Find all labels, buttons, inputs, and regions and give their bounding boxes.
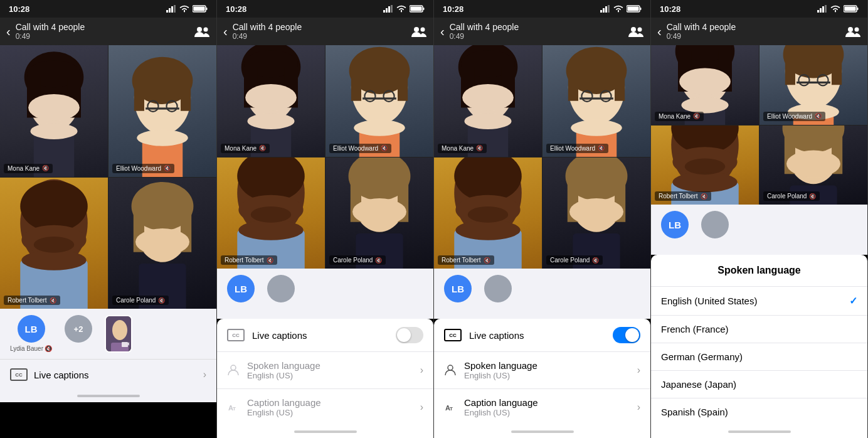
svg-rect-3 xyxy=(174,5,176,13)
status-icons-3 xyxy=(600,5,642,13)
mic-off-elliot-1: 🔇 xyxy=(164,165,171,171)
avatar-gray-3 xyxy=(484,275,512,302)
cc-icon-3: CC xyxy=(444,329,462,341)
people-icon-4 xyxy=(845,25,861,38)
svg-rect-45 xyxy=(391,5,393,13)
svg-point-56 xyxy=(245,84,297,111)
lang-name-german: German (Germany) xyxy=(661,351,743,362)
svg-rect-43 xyxy=(386,8,388,13)
svg-rect-44 xyxy=(388,6,390,13)
svg-point-90 xyxy=(631,27,636,32)
svg-rect-126 xyxy=(822,6,824,13)
carole-face-1 xyxy=(109,178,216,309)
lang-row-japanese[interactable]: Japanese (Japan) xyxy=(651,371,867,398)
label-elliot-4: Elliot Woodward 🔇 xyxy=(763,112,825,121)
label-carole-3: Carole Poland 🔇 xyxy=(546,255,603,265)
lang-name-japanese: Japanese (Japan) xyxy=(661,379,736,390)
svg-point-132 xyxy=(855,28,859,32)
svg-point-30 xyxy=(21,250,86,270)
wifi-icon-2 xyxy=(396,5,406,13)
live-captions-toggle-row[interactable]: CC Live captions xyxy=(217,319,433,352)
call-duration-2: 0:49 xyxy=(233,32,411,41)
lang-name-english: English (United States) xyxy=(661,296,757,306)
live-captions-toggle-row-3[interactable]: CC Live captions xyxy=(434,319,650,352)
label-robert-1: Robert Tolbert 🔇 xyxy=(4,296,60,305)
label-mona-4: Mona Kane 🔇 xyxy=(655,112,704,121)
status-time-1: 10:28 xyxy=(9,4,29,14)
label-elliot-3: Elliot Woodward 🔇 xyxy=(546,144,608,153)
lang-row-spanish[interactable]: Spanish (Spain) xyxy=(651,398,867,425)
status-bar-2: 10:28 xyxy=(217,0,433,18)
caption-language-row-2: A T Caption language English (US) › xyxy=(217,389,433,425)
wifi-icon-3 xyxy=(613,5,623,13)
live-captions-toggle-3[interactable] xyxy=(613,327,640,343)
elliot-face-1 xyxy=(109,45,216,177)
caption-lang-content-3: Caption language English (US) xyxy=(464,397,630,417)
elliot-face-3 xyxy=(542,45,650,157)
svg-rect-83 xyxy=(600,10,602,13)
call-info-4: Call with 4 people 0:49 xyxy=(667,22,845,41)
video-cell-elliot-2: Elliot Woodward 🔇 xyxy=(326,45,433,157)
caption-lang-label-3: Caption language xyxy=(464,397,630,408)
avatar-label-lydia: Lydia Bauer 🔇 xyxy=(10,345,52,352)
video-cell-mona-4: Mona Kane 🔇 xyxy=(651,45,759,125)
check-english: ✓ xyxy=(849,295,857,307)
back-button-3[interactable]: ‹ xyxy=(440,24,445,39)
home-indicator-4 xyxy=(651,425,867,438)
people-button-4[interactable] xyxy=(845,25,861,38)
video-area-4: Mona Kane 🔇 xyxy=(651,45,867,205)
home-bar-3 xyxy=(511,430,574,433)
battery-icon-2 xyxy=(410,5,425,13)
camera-icon xyxy=(122,338,129,350)
lang-row-english[interactable]: English (United States) ✓ xyxy=(651,287,867,316)
caption-lang-icon-2: A T xyxy=(227,401,240,414)
svg-rect-84 xyxy=(603,8,605,13)
svg-point-99 xyxy=(464,113,511,129)
spoken-language-row-2: Spoken language English (US) › xyxy=(217,352,433,389)
svg-point-131 xyxy=(848,27,853,32)
lang-row-french[interactable]: French (France) xyxy=(651,316,867,343)
video-cell-robert-1: Robert Tolbert 🔇 xyxy=(0,178,108,309)
wifi-icon xyxy=(179,5,189,13)
avatar-lb-3: LB xyxy=(444,275,472,302)
people-button-1[interactable] xyxy=(194,25,210,38)
svg-rect-127 xyxy=(825,5,827,13)
call-info-1: Call with 4 people 0:49 xyxy=(16,22,194,41)
avatar-circle-lb-2: LB xyxy=(227,275,255,302)
home-indicator-1 xyxy=(0,390,216,402)
video-cell-elliot-3: Elliot Woodward 🔇 xyxy=(542,45,650,157)
live-captions-row-1[interactable]: CC Live captions › xyxy=(0,359,216,390)
back-button-2[interactable]: ‹ xyxy=(223,24,228,39)
call-header-4: ‹ Call with 4 people 0:49 xyxy=(651,18,867,45)
status-time-4: 10:28 xyxy=(660,4,680,14)
call-header-3: ‹ Call with 4 people 0:49 xyxy=(434,18,650,45)
caption-language-row-3[interactable]: A T Caption language English (US) › xyxy=(434,389,650,425)
video-area-3: Mona Kane 🔇 xyxy=(434,45,650,269)
lang-row-german[interactable]: German (Germany) xyxy=(651,343,867,371)
people-button-3[interactable] xyxy=(628,25,644,38)
svg-rect-103 xyxy=(615,74,625,101)
people-button-2[interactable] xyxy=(411,25,427,38)
mona-face-3 xyxy=(434,45,542,157)
svg-point-119 xyxy=(569,198,623,225)
video-area-2: Mona Kane 🔇 xyxy=(217,45,433,269)
phone-panel-1: 10:28 ‹ Call with 4 people xyxy=(0,0,217,438)
avatar-row-1: LB Lydia Bauer 🔇 +2 xyxy=(0,309,216,359)
spoken-lang-panel: Spoken language English (United States) … xyxy=(651,255,867,425)
person-icon-3 xyxy=(444,364,457,377)
home-indicator-3 xyxy=(434,425,650,438)
back-button-1[interactable]: ‹ xyxy=(6,24,11,39)
svg-rect-85 xyxy=(605,6,607,13)
spoken-language-row-3[interactable]: Spoken language English (US) › xyxy=(434,352,650,389)
avatar-lb-2: LB xyxy=(227,275,255,302)
label-carole-1: Carole Poland 🔇 xyxy=(112,296,169,305)
live-captions-toggle-2[interactable] xyxy=(396,327,423,343)
svg-rect-47 xyxy=(423,8,425,10)
people-icon-1 xyxy=(194,25,210,38)
chevron-spoken-3: › xyxy=(637,365,640,376)
back-button-4[interactable]: ‹ xyxy=(657,24,662,39)
call-header-2: ‹ Call with 4 people 0:49 xyxy=(217,18,433,45)
elliot-face-2 xyxy=(326,45,433,157)
live-captions-menu-label-3: Live captions xyxy=(469,330,605,341)
spoken-lang-value-3: English (US) xyxy=(464,371,630,380)
